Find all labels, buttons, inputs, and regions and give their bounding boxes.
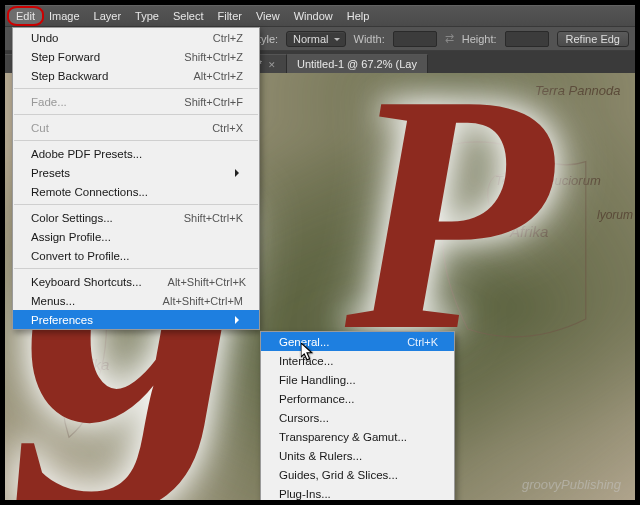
menu-item-label: File Handling...	[279, 374, 356, 386]
menu-item[interactable]: File Handling...	[261, 370, 454, 389]
menu-select[interactable]: Select	[166, 8, 211, 24]
menu-item[interactable]: Preferences	[13, 310, 259, 329]
menu-item-shortcut: Shift+Ctrl+K	[184, 212, 243, 224]
menu-item-label: Assign Profile...	[31, 231, 111, 243]
menu-item[interactable]: Cursors...	[261, 408, 454, 427]
map-label: lyorum	[597, 208, 633, 222]
menu-item-label: Step Backward	[31, 70, 108, 82]
menu-separator	[14, 140, 258, 141]
menu-item-shortcut: Alt+Shift+Ctrl+K	[168, 276, 247, 288]
menu-item[interactable]: Interface...	[261, 351, 454, 370]
menu-item[interactable]: Keyboard Shortcuts...Alt+Shift+Ctrl+K	[13, 272, 259, 291]
close-icon[interactable]: ✕	[268, 60, 276, 70]
menu-item-label: Performance...	[279, 393, 354, 405]
style-dropdown[interactable]: Normal	[286, 31, 345, 47]
menu-item-label: Transparency & Gamut...	[279, 431, 407, 443]
menu-image[interactable]: Image	[42, 8, 87, 24]
watermark: groovyPublishing	[522, 477, 621, 492]
menu-item-label: General...	[279, 336, 330, 348]
doc-tab[interactable]: Untitled-1 @ 67.2% (Lay	[287, 54, 428, 73]
menu-item[interactable]: Menus...Alt+Shift+Ctrl+M	[13, 291, 259, 310]
menu-item-shortcut: Ctrl+Z	[213, 32, 243, 44]
menu-item-shortcut: Ctrl+K	[407, 336, 438, 348]
menu-item-label: Remote Connections...	[31, 186, 148, 198]
menu-item-label: Plug-Ins...	[279, 488, 331, 500]
menu-item-label: Units & Rulers...	[279, 450, 362, 462]
menu-view[interactable]: View	[249, 8, 287, 24]
menu-item[interactable]: Color Settings...Shift+Ctrl+K	[13, 208, 259, 227]
menu-item[interactable]: Transparency & Gamut...	[261, 427, 454, 446]
menu-item-shortcut: Alt+Ctrl+Z	[193, 70, 243, 82]
edit-menu-dropdown: UndoCtrl+ZStep ForwardShift+Ctrl+ZStep B…	[12, 27, 260, 330]
menu-item-shortcut: Shift+Ctrl+F	[184, 96, 243, 108]
menu-filter[interactable]: Filter	[211, 8, 249, 24]
menu-item-label: Cursors...	[279, 412, 329, 424]
menu-item-label: Adobe PDF Presets...	[31, 148, 142, 160]
menu-separator	[14, 204, 258, 205]
menu-item[interactable]: Performance...	[261, 389, 454, 408]
menu-item[interactable]: Guides, Grid & Slices...	[261, 465, 454, 484]
menu-item-label: Guides, Grid & Slices...	[279, 469, 398, 481]
menu-item-label: Preferences	[31, 314, 93, 326]
submenu-arrow-icon	[235, 316, 243, 324]
height-input[interactable]	[505, 31, 549, 47]
menu-item-label: Fade...	[31, 96, 67, 108]
menu-item[interactable]: Plug-Ins...	[261, 484, 454, 503]
menu-separator	[14, 268, 258, 269]
menu-item[interactable]: Convert to Profile...	[13, 246, 259, 265]
menu-item[interactable]: UndoCtrl+Z	[13, 28, 259, 47]
menu-item-label: Step Forward	[31, 51, 100, 63]
menu-item-shortcut: Shift+Ctrl+Z	[184, 51, 243, 63]
menu-separator	[14, 114, 258, 115]
menu-layer[interactable]: Layer	[87, 8, 129, 24]
menu-window[interactable]: Window	[287, 8, 340, 24]
menu-item[interactable]: Step ForwardShift+Ctrl+Z	[13, 47, 259, 66]
menu-item[interactable]: Assign Profile...	[13, 227, 259, 246]
menu-help[interactable]: Help	[340, 8, 377, 24]
menu-item-label: Keyboard Shortcuts...	[31, 276, 142, 288]
height-label: Height:	[462, 33, 497, 45]
menu-item[interactable]: Remote Connections...	[13, 182, 259, 201]
menu-item[interactable]: Units & Rulers...	[261, 446, 454, 465]
menu-separator	[14, 88, 258, 89]
menu-bar: Edit Image Layer Type Select Filter View…	[5, 5, 635, 27]
preferences-submenu: General...Ctrl+KInterface...File Handlin…	[260, 331, 455, 505]
menu-item-label: Cut	[31, 122, 49, 134]
menu-item-label: Color Settings...	[31, 212, 113, 224]
refine-edge-button[interactable]: Refine Edg	[557, 31, 629, 47]
menu-item-label: Menus...	[31, 295, 75, 307]
menu-item[interactable]: Presets	[13, 163, 259, 182]
menu-item: CutCtrl+X	[13, 118, 259, 137]
width-label: Width:	[354, 33, 385, 45]
menu-item-shortcut: Ctrl+X	[212, 122, 243, 134]
width-input[interactable]	[393, 31, 437, 47]
submenu-arrow-icon	[235, 169, 243, 177]
menu-item-label: Presets	[31, 167, 70, 179]
menu-edit[interactable]: Edit	[9, 8, 42, 24]
menu-item-shortcut: Alt+Shift+Ctrl+M	[163, 295, 243, 307]
menu-item-label: Undo	[31, 32, 59, 44]
menu-type[interactable]: Type	[128, 8, 166, 24]
menu-item[interactable]: General...Ctrl+K	[261, 332, 454, 351]
menu-item-label: Interface...	[279, 355, 333, 367]
menu-item: Fade...Shift+Ctrl+F	[13, 92, 259, 111]
doc-tab-label: Untitled-1 @ 67.2% (Lay	[297, 58, 417, 70]
menu-item-label: Convert to Profile...	[31, 250, 129, 262]
menu-item[interactable]: Step BackwardAlt+Ctrl+Z	[13, 66, 259, 85]
menu-item[interactable]: Adobe PDF Presets...	[13, 144, 259, 163]
